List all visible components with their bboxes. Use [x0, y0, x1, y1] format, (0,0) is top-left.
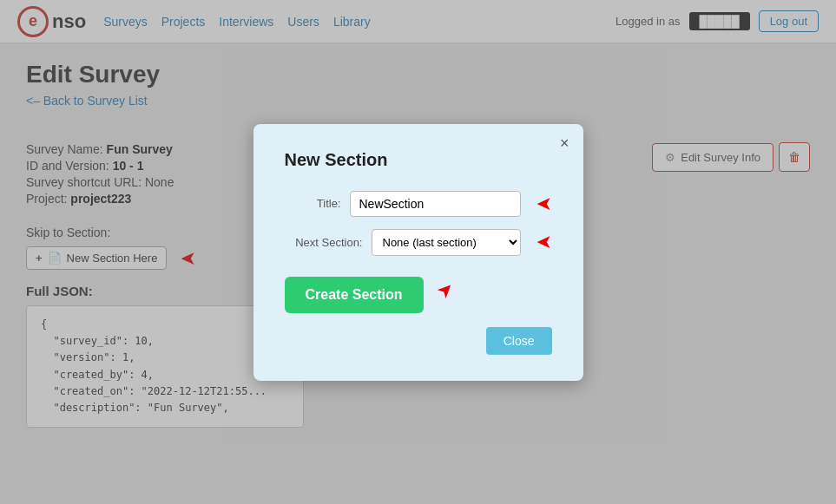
arrow-annotation-3: ➤ [536, 231, 552, 253]
modal-footer: Close [285, 327, 552, 355]
title-row: Title: ➤ [285, 191, 552, 217]
modal-overlay: × New Section Title: ➤ Next Section: Non… [0, 0, 836, 445]
next-section-row: Next Section: None (last section) Sectio… [285, 229, 552, 256]
modal-close-button[interactable]: Close [486, 327, 552, 355]
modal-title: New Section [285, 150, 552, 170]
new-section-modal: × New Section Title: ➤ Next Section: Non… [253, 124, 583, 381]
title-input[interactable] [350, 191, 521, 217]
arrow-annotation-4: ➤ [431, 277, 458, 304]
arrow-annotation-2: ➤ [536, 193, 552, 215]
modal-close-x[interactable]: × [560, 134, 569, 153]
title-label: Title: [285, 197, 341, 210]
create-section-button[interactable]: Create Section [285, 277, 424, 313]
create-section-area: Create Section ➤ [285, 268, 552, 313]
next-section-select[interactable]: None (last section) Section 1 Section 2 [372, 229, 521, 256]
next-section-label: Next Section: [285, 236, 363, 249]
